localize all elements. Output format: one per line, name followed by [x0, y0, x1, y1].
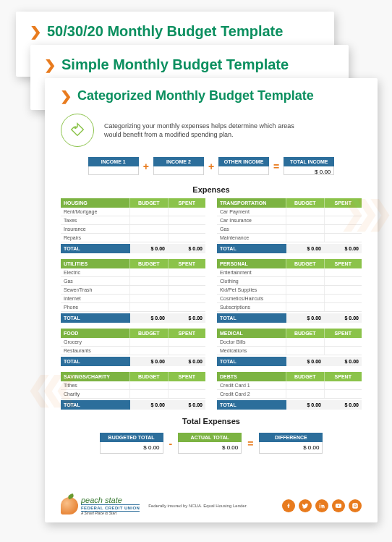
page-front: ❯❯❯ ❯❯❯ ❯ Categorized Monthly Budget Tem…	[45, 78, 378, 522]
table-row: Medications	[217, 347, 362, 355]
row-budget[interactable]	[286, 390, 324, 398]
row-budget[interactable]	[286, 208, 324, 216]
table-row: Tithes	[61, 381, 205, 390]
row-spent[interactable]	[324, 286, 362, 294]
row-spent[interactable]	[168, 295, 206, 302]
totals-label: DIFFERENCE	[259, 433, 323, 442]
table-row: Car Payment	[217, 208, 362, 216]
totals-value: $ 0.00	[100, 442, 163, 454]
row-budget[interactable]	[286, 277, 324, 285]
row-spent[interactable]	[168, 208, 206, 216]
row-budget[interactable]	[129, 277, 168, 285]
row-spent[interactable]	[168, 303, 206, 311]
facebook-icon[interactable]	[282, 499, 295, 512]
row-budget[interactable]	[286, 234, 324, 242]
row-spent[interactable]	[168, 347, 206, 355]
totals-box: BUDGETED TOTAL$ 0.00	[100, 433, 163, 454]
row-label: Phone	[61, 303, 129, 311]
row-budget[interactable]	[129, 286, 168, 294]
table-row: Internet	[61, 295, 205, 303]
total-spent: $ 0.00	[324, 313, 362, 323]
row-budget[interactable]	[129, 338, 168, 346]
income-value[interactable]	[88, 166, 139, 175]
row-spent[interactable]	[168, 338, 206, 346]
row-spent[interactable]	[168, 216, 206, 224]
table-col-header: BUDGET	[286, 259, 324, 268]
row-spent[interactable]	[324, 268, 362, 276]
row-budget[interactable]	[129, 303, 168, 311]
total-spent: $ 0.00	[168, 313, 205, 323]
row-label: Restaurants	[61, 347, 129, 355]
row-budget[interactable]	[129, 234, 168, 242]
row-budget[interactable]	[286, 216, 324, 224]
row-spent[interactable]	[324, 234, 362, 242]
row-spent[interactable]	[324, 347, 362, 355]
row-spent[interactable]	[324, 381, 362, 389]
row-label: Sewer/Trash	[61, 286, 129, 294]
income-value[interactable]	[218, 166, 269, 175]
row-spent[interactable]	[168, 268, 206, 276]
totals-label: ACTUAL TOTAL	[178, 433, 242, 442]
row-spent[interactable]	[324, 225, 362, 233]
row-budget[interactable]	[129, 347, 168, 355]
row-spent[interactable]	[324, 295, 362, 302]
row-budget[interactable]	[129, 295, 168, 302]
row-budget[interactable]	[286, 338, 324, 346]
table-total-row: TOTAL$ 0.00$ 0.00	[217, 400, 362, 410]
operator-icon: +	[143, 161, 149, 172]
row-budget[interactable]	[129, 216, 168, 224]
table-row: Cosmetics/Haircuts	[217, 295, 362, 303]
row-label: Grocery	[61, 338, 129, 346]
expense-tables: HOUSINGBUDGETSPENTRent/MortgageTaxesInsu…	[61, 198, 362, 415]
row-label: Gas	[217, 225, 286, 233]
row-spent[interactable]	[168, 277, 206, 285]
row-spent[interactable]	[324, 338, 362, 346]
row-budget[interactable]	[129, 381, 168, 389]
income-value[interactable]	[153, 166, 204, 175]
row-budget[interactable]	[129, 390, 168, 398]
row-spent[interactable]	[324, 277, 362, 285]
linkedin-icon[interactable]	[315, 499, 328, 512]
row-label: Subscriptions	[217, 303, 286, 311]
row-spent[interactable]	[168, 381, 206, 389]
brand-name: peach state	[81, 496, 140, 504]
page-footer: peach state FEDERAL CREDIT UNION A Smart…	[61, 496, 362, 515]
expense-table: HOUSINGBUDGETSPENTRent/MortgageTaxesInsu…	[61, 198, 205, 253]
row-spent[interactable]	[168, 225, 206, 233]
row-budget[interactable]	[129, 225, 168, 233]
row-budget[interactable]	[286, 303, 324, 311]
total-budget: $ 0.00	[130, 244, 168, 253]
row-spent[interactable]	[168, 286, 206, 294]
table-col-header: BUDGET	[129, 329, 168, 338]
income-value[interactable]: $ 0.00	[284, 166, 334, 175]
row-budget[interactable]	[286, 381, 324, 389]
row-budget[interactable]	[286, 295, 324, 302]
totals-box: ACTUAL TOTAL$ 0.00	[178, 433, 242, 454]
table-col-header: BUDGET	[286, 329, 324, 338]
instagram-icon[interactable]	[349, 499, 362, 512]
row-label: Car Insurance	[217, 216, 286, 224]
totals-value: $ 0.00	[259, 442, 323, 454]
total-label: TOTAL	[61, 357, 130, 366]
row-budget[interactable]	[286, 225, 324, 233]
row-spent[interactable]	[324, 216, 362, 224]
twitter-icon[interactable]	[299, 499, 312, 512]
row-spent[interactable]	[324, 208, 362, 216]
footer-disclaimer: Federally insured by NCUA. Equal Housing…	[148, 504, 273, 508]
row-budget[interactable]	[129, 268, 168, 276]
youtube-icon[interactable]	[332, 499, 345, 512]
row-spent[interactable]	[168, 390, 206, 398]
row-budget[interactable]	[286, 347, 324, 355]
expense-table: PERSONALBUDGETSPENTEntertainmentClothing…	[217, 259, 362, 323]
svg-point-0	[74, 127, 76, 128]
row-spent[interactable]	[168, 234, 206, 242]
table-row: Sewer/Trash	[61, 286, 205, 295]
row-spent[interactable]	[324, 390, 362, 398]
table-col-header: SPENT	[168, 259, 206, 268]
total-spent: $ 0.00	[324, 357, 362, 366]
row-budget[interactable]	[286, 268, 324, 276]
row-budget[interactable]	[129, 208, 168, 216]
row-spent[interactable]	[324, 303, 362, 311]
row-label: Credit Card 2	[217, 390, 286, 398]
row-budget[interactable]	[286, 286, 324, 294]
